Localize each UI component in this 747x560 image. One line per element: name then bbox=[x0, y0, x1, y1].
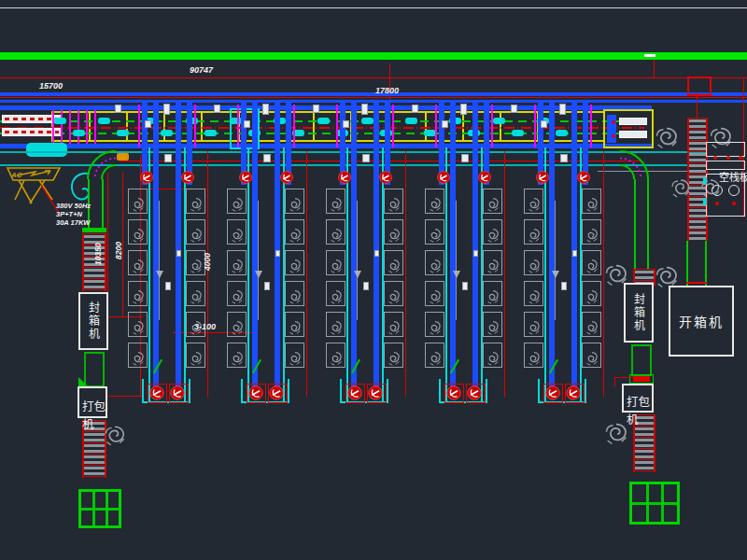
aisle-dim-line bbox=[603, 151, 604, 397]
turn-wheel bbox=[544, 385, 561, 401]
operator-glyph bbox=[386, 350, 402, 367]
aisle-dim-line bbox=[405, 151, 406, 397]
operator-glyph bbox=[386, 196, 402, 213]
connector-line bbox=[614, 377, 615, 386]
dimension-line-total bbox=[0, 77, 747, 78]
workstation-symbol bbox=[285, 312, 304, 337]
branch-rail bbox=[102, 179, 104, 231]
cyan-tick bbox=[703, 177, 707, 185]
right-case-sealer: 封箱机 bbox=[624, 283, 654, 343]
sensor-box bbox=[343, 120, 349, 128]
lane-guide bbox=[148, 147, 150, 403]
green-conveyor-section bbox=[631, 344, 652, 376]
turn-wheel bbox=[367, 385, 384, 401]
dimension-line-section bbox=[0, 97, 747, 98]
workstation-symbol bbox=[128, 219, 148, 245]
rotary-drive bbox=[576, 170, 591, 185]
aisle-dim-line bbox=[207, 151, 208, 397]
lane-guide bbox=[544, 147, 546, 403]
rotary-drive bbox=[477, 170, 492, 185]
tote-symbol bbox=[161, 130, 173, 136]
operator-glyph bbox=[485, 350, 501, 367]
workstation-symbol bbox=[227, 189, 247, 214]
sensor-box bbox=[263, 154, 271, 162]
operator-glyph bbox=[584, 227, 600, 244]
operator-glyph bbox=[188, 288, 204, 305]
operator-glyph bbox=[526, 288, 543, 305]
workstation-symbol bbox=[483, 219, 502, 245]
rotary-drive bbox=[180, 170, 195, 185]
tote-symbol bbox=[117, 130, 129, 136]
marker-dot bbox=[612, 134, 615, 138]
operator-glyph bbox=[328, 196, 345, 213]
turn-unit-belt bbox=[633, 376, 650, 382]
workstation-symbol bbox=[483, 312, 502, 337]
sensor-box bbox=[163, 104, 170, 115]
transfer-roller bbox=[619, 131, 647, 138]
operator-glyph bbox=[526, 350, 543, 367]
operator-glyph bbox=[526, 258, 543, 274]
workstation-symbol bbox=[425, 250, 444, 275]
workstation-symbol bbox=[326, 219, 345, 245]
conveyor-lane bbox=[571, 101, 577, 398]
rotary-drive bbox=[436, 170, 451, 185]
feed-line bbox=[697, 92, 698, 119]
workstation-symbol bbox=[524, 312, 543, 337]
operator-glyph bbox=[386, 288, 402, 305]
tote-symbol bbox=[317, 118, 330, 124]
turn-wheel bbox=[445, 385, 462, 401]
flow-line bbox=[159, 201, 160, 320]
dim-total-length: 90747 bbox=[190, 65, 213, 75]
flow-line bbox=[456, 201, 457, 320]
workstation-symbol bbox=[186, 281, 205, 306]
workstation-symbol bbox=[582, 281, 601, 306]
workstation-symbol bbox=[384, 250, 403, 275]
workstation-symbol bbox=[425, 219, 444, 245]
operator-symbol bbox=[603, 420, 629, 448]
rotary-drive bbox=[337, 170, 352, 185]
workstation-symbol bbox=[128, 343, 148, 368]
curve-conveyor-left bbox=[82, 145, 134, 189]
operator-glyph bbox=[229, 258, 246, 274]
tote-symbol bbox=[361, 118, 374, 124]
operator-glyph bbox=[188, 227, 204, 244]
turn-wheel bbox=[148, 385, 165, 401]
operator-glyph bbox=[485, 258, 501, 274]
junction-stop bbox=[293, 105, 295, 147]
sensor-box bbox=[262, 104, 269, 115]
tote-symbol bbox=[54, 118, 66, 124]
workstation-symbol bbox=[483, 189, 502, 214]
tote-symbol bbox=[204, 130, 217, 136]
machine-ring bbox=[712, 185, 723, 196]
cad-drawing-canvas: 90747 17800 15700 10350 8200 4000 3-100 … bbox=[0, 0, 747, 560]
operator-glyph bbox=[229, 319, 246, 336]
operator-symbol bbox=[103, 424, 127, 448]
flow-arrow bbox=[552, 271, 559, 278]
workstation-symbol bbox=[128, 281, 148, 306]
feed-box bbox=[687, 77, 712, 96]
workstation-symbol bbox=[524, 219, 543, 245]
left-strapper-label: 打包机 bbox=[82, 397, 106, 432]
rotary-drive bbox=[238, 170, 253, 185]
sensor-box bbox=[362, 154, 370, 162]
junction-stop bbox=[590, 105, 592, 147]
workstation-symbol bbox=[128, 189, 148, 214]
sensor-box bbox=[214, 105, 220, 113]
workstation-symbol bbox=[227, 219, 247, 245]
empty-pallet-label: 空栈板 bbox=[719, 169, 747, 184]
sensor-box bbox=[164, 154, 172, 162]
operator-glyph bbox=[287, 196, 303, 213]
main-green-rail bbox=[0, 52, 747, 60]
workstation-symbol bbox=[326, 343, 345, 368]
operator-glyph bbox=[526, 196, 543, 213]
flow-line bbox=[258, 201, 259, 320]
workstation-symbol bbox=[483, 250, 502, 275]
case-opener-label: 开箱机 bbox=[679, 312, 724, 330]
power-note: 380V 50Hz 3P+T+N 30A 17KW bbox=[56, 202, 91, 227]
opener-rail bbox=[705, 241, 707, 286]
workbench-ac-label: AC bbox=[10, 171, 22, 179]
operator-glyph bbox=[386, 258, 402, 274]
dim-drop-b: 8200 bbox=[114, 242, 123, 259]
workstation-symbol bbox=[227, 343, 247, 368]
flow-line bbox=[555, 201, 556, 320]
